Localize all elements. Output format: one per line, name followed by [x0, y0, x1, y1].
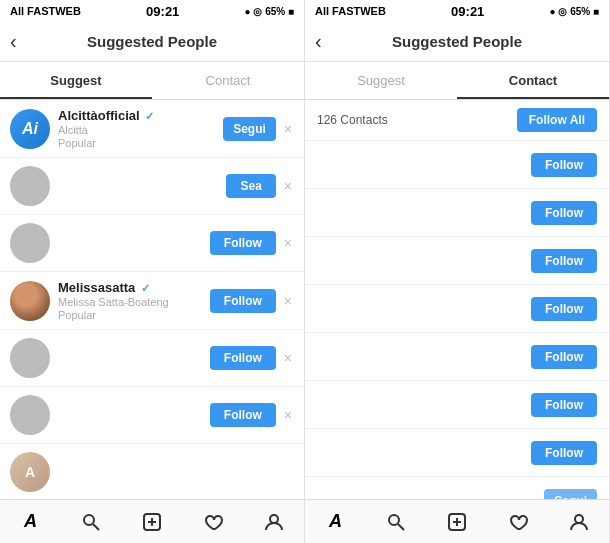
follow-button-melissasatta[interactable]: Follow — [210, 289, 276, 313]
contact-row-3: Follow — [305, 237, 609, 285]
user-info-melissasatta: Melissasatta ✓ Melissa Satta-Boateng Pop… — [50, 280, 210, 321]
avatar-unknown1 — [10, 166, 50, 206]
user-item-alcittaofficial: Ai Alcittàofficial ✓ Alcittà Popular Seg… — [0, 100, 304, 158]
bottom-nav-profile-right[interactable] — [559, 502, 599, 542]
action-area-unknown3: Follow × — [210, 346, 294, 370]
user-item-unknown2: Follow × — [0, 215, 304, 272]
back-button-left[interactable]: ‹ — [10, 30, 17, 53]
scroll-area-left: Ai Alcittàofficial ✓ Alcittà Popular Seg… — [0, 100, 304, 499]
contact-row-6: Follow — [305, 381, 609, 429]
svg-point-0 — [84, 515, 94, 525]
close-button-alcittaofficial[interactable]: × — [282, 119, 294, 139]
action-area-unknown1: Sea × — [226, 174, 294, 198]
user-sub-melissasatta: Melissa Satta-Boateng — [58, 296, 202, 308]
bottom-nav-add-left[interactable] — [132, 502, 172, 542]
left-panel: All FASTWEB 09:21 ● ◎ 65% ■ ‹ Suggested … — [0, 0, 305, 543]
user-name-alcittaofficial: Alcittàofficial ✓ — [58, 108, 215, 123]
carrier-left: All FASTWEB — [10, 5, 81, 17]
status-bar-right: All FASTWEB 09:21 ● ◎ 65% ■ — [305, 0, 609, 22]
svg-point-5 — [270, 515, 278, 523]
close-button-melissasatta[interactable]: × — [282, 291, 294, 311]
tab-contact-right[interactable]: Contact — [457, 62, 609, 99]
close-button-unknown1[interactable]: × — [282, 176, 294, 196]
user-tag-alcittaofficial: Popular — [58, 137, 215, 149]
sea-button[interactable]: Sea — [226, 174, 275, 198]
avatar-alcittaofficial: Ai — [10, 109, 50, 149]
follow-all-button[interactable]: Follow All — [517, 108, 597, 132]
bottom-nav-search-left[interactable] — [71, 502, 111, 542]
status-icons-right: ● ◎ 65% ■ — [550, 6, 599, 17]
scroll-area-right: Follow Follow Follow Follow Follow Follo… — [305, 141, 609, 499]
nav-title-left: Suggested People — [87, 33, 217, 50]
close-button-unknown4[interactable]: × — [282, 405, 294, 425]
tab-suggest-left[interactable]: Suggest — [0, 62, 152, 99]
bottom-nav-left: A — [0, 499, 304, 543]
bottom-nav-heart-left[interactable] — [193, 502, 233, 542]
contact-row-7: Follow — [305, 429, 609, 477]
carrier-right: All FASTWEB — [315, 5, 386, 17]
close-button-unknown2[interactable]: × — [282, 233, 294, 253]
verified-icon-melissasatta: ✓ — [141, 282, 150, 295]
follow-button-contact-1[interactable]: Follow — [531, 153, 597, 177]
back-button-right[interactable]: ‹ — [315, 30, 322, 53]
follow-button-contact-3[interactable]: Follow — [531, 249, 597, 273]
svg-line-7 — [398, 524, 404, 530]
follow-button-unknown3[interactable]: Follow — [210, 346, 276, 370]
segui-button-alcittaofficial[interactable]: Segui — [223, 117, 276, 141]
action-area-alcittaofficial: Segui × — [223, 117, 294, 141]
user-item-melissasatta: Melissasatta ✓ Melissa Satta-Boateng Pop… — [0, 272, 304, 330]
user-sub-alcittaofficial: Alcittà — [58, 124, 215, 136]
follow-button-unknown2[interactable]: Follow — [210, 231, 276, 255]
segui-button-contact-8[interactable]: Segui — [544, 489, 597, 500]
close-button-unknown3[interactable]: × — [282, 348, 294, 368]
verified-icon-alcittaofficial: ✓ — [145, 110, 154, 123]
nav-bar-left: ‹ Suggested People — [0, 22, 304, 62]
contact-row-8: Segui — [305, 477, 609, 499]
status-bar-left: All FASTWEB 09:21 ● ◎ 65% ■ — [0, 0, 304, 22]
follow-button-contact-5[interactable]: Follow — [531, 345, 597, 369]
svg-point-6 — [389, 515, 399, 525]
bottom-nav-heart-right[interactable] — [498, 502, 538, 542]
avatar-bottom-partial: A — [10, 452, 50, 492]
action-area-unknown4: Follow × — [210, 403, 294, 427]
status-icons-left: ● ◎ 65% ■ — [245, 6, 294, 17]
user-info-alcittaofficial: Alcittàofficial ✓ Alcittà Popular — [50, 108, 223, 149]
right-panel: All FASTWEB 09:21 ● ◎ 65% ■ ‹ Suggested … — [305, 0, 610, 543]
time-right: 09:21 — [451, 4, 484, 19]
tab-suggest-right[interactable]: Suggest — [305, 62, 457, 99]
user-item-unknown1: Sea × — [0, 158, 304, 215]
user-item-unknown3: Follow × — [0, 330, 304, 387]
bottom-nav-search-right[interactable] — [376, 502, 416, 542]
contact-row-2: Follow — [305, 189, 609, 237]
bottom-nav-right: A — [305, 499, 609, 543]
avatar-melissasatta — [10, 281, 50, 321]
tabs-right: Suggest Contact — [305, 62, 609, 100]
avatar-unknown4 — [10, 395, 50, 435]
follow-button-contact-7[interactable]: Follow — [531, 441, 597, 465]
follow-button-contact-6[interactable]: Follow — [531, 393, 597, 417]
bottom-nav-home-left[interactable]: A — [10, 502, 50, 542]
bottom-nav-profile-left[interactable] — [254, 502, 294, 542]
follow-button-contact-2[interactable]: Follow — [531, 201, 597, 225]
follow-button-contact-4[interactable]: Follow — [531, 297, 597, 321]
time-left: 09:21 — [146, 4, 179, 19]
avatar-unknown3 — [10, 338, 50, 378]
nav-title-right: Suggested People — [392, 33, 522, 50]
user-name-melissasatta: Melissasatta ✓ — [58, 280, 202, 295]
bottom-nav-home-right[interactable]: A — [315, 502, 355, 542]
user-tag-melissasatta: Popular — [58, 309, 202, 321]
tabs-left: Suggest Contact — [0, 62, 304, 100]
tab-contact-left[interactable]: Contact — [152, 62, 304, 99]
nav-bar-right: ‹ Suggested People — [305, 22, 609, 62]
svg-line-1 — [93, 524, 99, 530]
contact-count-text: 126 Contacts — [317, 113, 388, 127]
svg-point-11 — [575, 515, 583, 523]
avatar-unknown2 — [10, 223, 50, 263]
user-item-unknown4: Follow × — [0, 387, 304, 444]
user-item-bottom-partial: A — [0, 444, 304, 499]
follow-button-unknown4[interactable]: Follow — [210, 403, 276, 427]
bottom-nav-add-right[interactable] — [437, 502, 477, 542]
contact-count-row: 126 Contacts Follow All — [305, 100, 609, 141]
contact-row-4: Follow — [305, 285, 609, 333]
contact-row-1: Follow — [305, 141, 609, 189]
